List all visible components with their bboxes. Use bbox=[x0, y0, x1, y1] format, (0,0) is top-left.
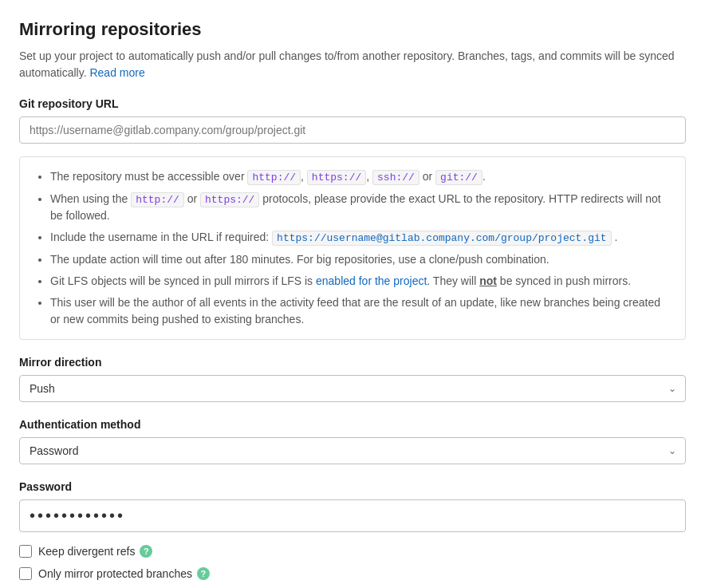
password-label: Password bbox=[19, 480, 686, 493]
info-list: The repository must be accessible over h… bbox=[34, 168, 671, 328]
auth-method-select[interactable]: Password SSH public key None bbox=[19, 437, 686, 464]
git-url-input[interactable] bbox=[19, 116, 686, 144]
read-more-link[interactable]: Read more bbox=[89, 66, 144, 79]
list-item: When using the http:// or https:// proto… bbox=[50, 191, 671, 225]
mirror-direction-wrapper: Push Pull ⌄ bbox=[19, 375, 686, 402]
mirror-direction-label: Mirror direction bbox=[19, 356, 686, 369]
only-protected-help-icon[interactable]: ? bbox=[197, 567, 210, 580]
only-protected-branches-row: Only mirror protected branches ? bbox=[19, 567, 686, 580]
list-item: This user will be the author of all even… bbox=[50, 294, 671, 328]
mirror-direction-select[interactable]: Push Pull bbox=[19, 375, 686, 402]
only-protected-branches-label[interactable]: Only mirror protected branches ? bbox=[38, 567, 210, 580]
password-input[interactable] bbox=[19, 499, 686, 532]
keep-divergent-refs-checkbox[interactable] bbox=[19, 545, 32, 558]
info-box: The repository must be accessible over h… bbox=[19, 156, 686, 340]
lfs-link[interactable]: enabled for the project bbox=[316, 274, 427, 287]
auth-method-label: Authentication method bbox=[19, 418, 686, 431]
keep-divergent-refs-row: Keep divergent refs ? bbox=[19, 545, 686, 558]
list-item: The update action will time out after 18… bbox=[50, 251, 671, 268]
git-url-label: Git repository URL bbox=[19, 97, 686, 110]
auth-method-wrapper: Password SSH public key None ⌄ bbox=[19, 437, 686, 464]
keep-divergent-refs-label[interactable]: Keep divergent refs ? bbox=[38, 545, 152, 558]
keep-divergent-help-icon[interactable]: ? bbox=[140, 545, 152, 558]
page-description: Set up your project to automatically pus… bbox=[19, 48, 686, 81]
list-item: Include the username in the URL if requi… bbox=[50, 229, 671, 247]
list-item: Git LFS objects will be synced in pull m… bbox=[50, 273, 671, 290]
list-item: The repository must be accessible over h… bbox=[50, 168, 671, 186]
page-title: Mirroring repositories bbox=[19, 19, 686, 40]
only-protected-branches-checkbox[interactable] bbox=[19, 567, 32, 580]
